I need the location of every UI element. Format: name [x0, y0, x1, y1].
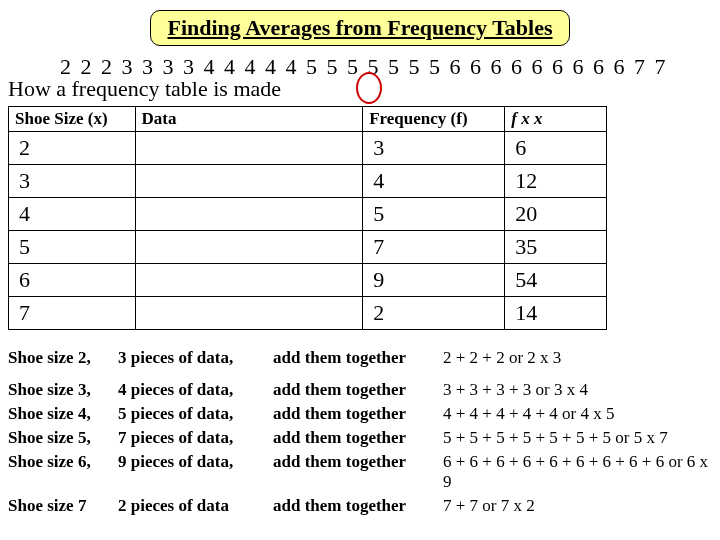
cell-data: [135, 132, 363, 165]
cell-x: 6: [9, 264, 136, 297]
explain-pieces: 9 pieces of data,: [118, 452, 273, 492]
cell-fxx: 54: [505, 264, 607, 297]
cell-f: 9: [363, 264, 505, 297]
cell-fxx: 12: [505, 165, 607, 198]
table-row: 5 7 35: [9, 231, 689, 264]
cell-f: 3: [363, 132, 505, 165]
table-row: 3 4 12: [9, 165, 689, 198]
explain-row: Shoe size 7 2 pieces of data add them to…: [8, 496, 712, 516]
explain-calc: 7 + 7 or 7 x 2: [443, 496, 712, 516]
highlight-circle: [356, 72, 382, 104]
explanation-block: Shoe size 2, 3 pieces of data, add them …: [8, 348, 712, 516]
cell-empty: [607, 231, 688, 264]
cell-fxx: 6: [505, 132, 607, 165]
explain-calc: 2 + 2 + 2 or 2 x 3: [443, 348, 712, 368]
cell-empty: [607, 165, 688, 198]
explain-label: Shoe size 7: [8, 496, 118, 516]
col-frequency: Frequency (f): [363, 107, 505, 132]
col-fxx: f x x: [505, 107, 607, 132]
cell-data: [135, 165, 363, 198]
cell-empty: [607, 198, 688, 231]
explain-action: add them together: [273, 404, 443, 424]
explain-pieces: 7 pieces of data,: [118, 428, 273, 448]
cell-f: 7: [363, 231, 505, 264]
table-row: 4 5 20: [9, 198, 689, 231]
explain-label: Shoe size 5,: [8, 428, 118, 448]
explain-action: add them together: [273, 348, 443, 368]
explain-row: Shoe size 6, 9 pieces of data, add them …: [8, 452, 712, 492]
cell-x: 4: [9, 198, 136, 231]
explain-row: Shoe size 3, 4 pieces of data, add them …: [8, 380, 712, 400]
cell-fxx: 35: [505, 231, 607, 264]
table-row: 2 3 6: [9, 132, 689, 165]
cell-empty: [607, 297, 688, 330]
explain-action: add them together: [273, 428, 443, 448]
explain-label: Shoe size 4,: [8, 404, 118, 424]
explain-row: Shoe size 2, 3 pieces of data, add them …: [8, 348, 712, 368]
table-row: 7 2 14: [9, 297, 689, 330]
table-row: 6 9 54: [9, 264, 689, 297]
cell-data: [135, 264, 363, 297]
cell-empty: [607, 132, 688, 165]
page-title: Finding Averages from Frequency Tables: [150, 10, 569, 46]
cell-f: 2: [363, 297, 505, 330]
frequency-table: Shoe Size (x) Data Frequency (f) f x x 2…: [8, 106, 688, 330]
explain-pieces: 5 pieces of data,: [118, 404, 273, 424]
cell-data: [135, 198, 363, 231]
explain-pieces: 2 pieces of data: [118, 496, 273, 516]
cell-data: [135, 231, 363, 264]
cell-fxx: 14: [505, 297, 607, 330]
cell-x: 3: [9, 165, 136, 198]
cell-empty: [607, 264, 688, 297]
explain-pieces: 3 pieces of data,: [118, 348, 273, 368]
cell-x: 2: [9, 132, 136, 165]
explain-action: add them together: [273, 452, 443, 492]
cell-x: 7: [9, 297, 136, 330]
col-shoe-size: Shoe Size (x): [9, 107, 136, 132]
cell-f: 5: [363, 198, 505, 231]
explain-calc: 6 + 6 + 6 + 6 + 6 + 6 + 6 + 6 + 6 or 6 x…: [443, 452, 712, 492]
explain-label: Shoe size 3,: [8, 380, 118, 400]
col-data: Data: [135, 107, 363, 132]
explain-label: Shoe size 6,: [8, 452, 118, 492]
col-empty: [607, 107, 688, 132]
explain-label: Shoe size 2,: [8, 348, 118, 368]
cell-f: 4: [363, 165, 505, 198]
cell-data: [135, 297, 363, 330]
explain-row: Shoe size 5, 7 pieces of data, add them …: [8, 428, 712, 448]
cell-x: 5: [9, 231, 136, 264]
table-header-row: Shoe Size (x) Data Frequency (f) f x x: [9, 107, 689, 132]
cell-fxx: 20: [505, 198, 607, 231]
explain-calc: 4 + 4 + 4 + 4 + 4 or 4 x 5: [443, 404, 712, 424]
explain-action: add them together: [273, 380, 443, 400]
explain-row: Shoe size 4, 5 pieces of data, add them …: [8, 404, 712, 424]
explain-calc: 3 + 3 + 3 + 3 or 3 x 4: [443, 380, 712, 400]
explain-pieces: 4 pieces of data,: [118, 380, 273, 400]
explain-action: add them together: [273, 496, 443, 516]
explain-calc: 5 + 5 + 5 + 5 + 5 + 5 + 5 or 5 x 7: [443, 428, 712, 448]
